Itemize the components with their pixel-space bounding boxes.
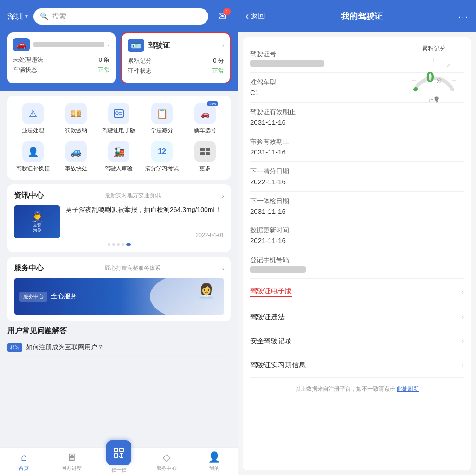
news-headline: 男子深夜乱鸣喇叭被举报，抽血检测264.3mg/100ml！ [66,205,224,215]
license-card[interactable]: 🪪 驾驶证 › 累积记分 0 分 证件状态 正常 [121,32,231,83]
link-violations-arrow: › [462,313,464,321]
score-status: 正常 [404,96,464,104]
news-content: 男子深夜乱鸣喇叭被举报，抽血检测264.3mg/100ml！ 2022-04-0… [66,205,224,238]
left-panel: 深圳 ▾ 🔍 搜索 ✉ 1 🚗 › 未处理违法 0 条 车辆状态 [0,0,238,475]
points-row: 累积记分 0 分 [128,57,225,65]
service-item-more[interactable]: 更多 [187,141,223,173]
news-item[interactable]: 👮 交警为你 男子深夜乱鸣喇叭被举报，抽血检测264.3mg/100ml！ 20… [14,205,224,238]
more-icon [194,141,216,162]
field-physical-date: 下一体检日期 2031-11-16 [250,192,464,221]
service-item-replace[interactable]: 👤 驾驶证补换领 [15,141,51,173]
cert-status-value: 正常 [212,67,224,75]
nav-home-label: 首页 [19,465,29,472]
clear-date-value: 2022-11-16 [250,178,399,186]
vehicle-plate-blurred [33,42,104,47]
service-center-banner[interactable]: 服务中心 全心服务 👩‍💼 [14,278,224,315]
location-button[interactable]: 深圳 ▾ [7,11,28,22]
service-driver-check-label: 驾驶人审验 [105,165,133,173]
nav-profile-label: 我的 [209,465,219,472]
right-content: 累积记分 0 [243,37,471,470]
study-icon: 📋 [151,103,173,124]
dot-1 [108,243,110,246]
physical-date-value: 2031-11-16 [250,207,399,215]
right-panel: ‹ 返回 我的驾驶证 ··· 累积记分 [238,0,476,475]
violations-label: 未处理违法 [13,56,43,64]
service-item-fine[interactable]: 💴 罚款缴纳 [58,103,95,135]
nav-profile[interactable]: 👤 我的 [190,448,238,475]
back-label: 返回 [251,12,265,21]
nav-scan[interactable]: 扫一扫 [95,448,143,475]
services-icon: ◇ [163,451,171,463]
svg-rect-5 [206,148,210,151]
svg-rect-8 [114,448,118,452]
fine-icon: 💴 [65,103,87,124]
dot-3 [117,243,120,246]
news-thumb-content: 👮 交警为你 [31,211,44,233]
faq-title: 用户常见问题解答 [7,326,231,336]
news-date: 2022-04-01 [66,232,224,238]
faq-section: 用户常见问题解答 精选 如何注册成为互联网用户？ [0,326,238,356]
service-fullscore-label: 满分学习考试 [145,165,179,173]
link-probation[interactable]: 驾驶证实习期信息 › [250,353,464,378]
link-violations[interactable]: 驾驶证违法 › [250,305,464,329]
svg-rect-9 [120,448,123,452]
service-center-arrow-icon[interactable]: › [222,265,224,272]
news-header: 资讯中心 最新实时地方交通资讯 › [14,191,224,200]
link-elicense[interactable]: 驾驶证电子版 › [250,279,464,305]
score-number: 0 [426,69,434,85]
footer-refresh-link[interactable]: 此处刷新 [397,385,419,392]
more-options-button[interactable]: ··· [458,11,469,22]
service-violations-label: 违法处理 [22,127,44,135]
service-item-elicense[interactable]: 驾驶证电子版 [101,103,137,135]
nav-services-label: 服务中心 [156,465,177,472]
physical-date-label: 下一体检日期 [250,197,399,205]
bottom-navigation: ⌂ 首页 🖥 网办进度 扫一扫 ◇ 服务中心 [0,447,238,475]
search-placeholder: 搜索 [52,12,66,21]
score-label: 累积记分 [404,45,464,53]
review-expiry-value: 2031-11-16 [250,148,399,156]
vehicle-card[interactable]: 🚗 › 未处理违法 0 条 车辆状态 正常 [7,32,116,83]
services-area: ⚠ 违法处理 💴 罚款缴纳 驾驶证电子版 📋 [7,96,231,180]
link-safe-record[interactable]: 安全驾驶记录 › [250,329,464,353]
nav-progress[interactable]: 🖥 网办进度 [48,448,96,475]
svg-rect-6 [200,152,205,155]
faq-tag: 精选 [7,343,22,352]
service-item-driver-check[interactable]: 🚂 驾驶人审验 [101,141,137,173]
nav-home[interactable]: ⌂ 首页 [0,448,48,475]
service-item-fullscore[interactable]: 12 满分学习考试 [144,141,180,173]
driver-check-icon: 🚂 [108,141,129,162]
scan-button[interactable] [106,440,131,465]
phone-label: 登记手机号码 [250,256,464,264]
services-grid: ⚠ 违法处理 💴 罚款缴纳 驾驶证电子版 📋 [15,103,223,172]
points-value: 0 分 [213,57,224,65]
service-item-newcar[interactable]: 🚗 New 新车选号 [187,103,223,135]
field-phone: 登记手机号码 [250,250,464,279]
right-title: 我的驾驶证 [265,11,458,22]
faq-item[interactable]: 精选 如何注册成为互联网用户？ [7,340,231,356]
news-arrow-icon[interactable]: › [222,192,224,199]
vehicle-status-row: 车辆状态 正常 [13,66,110,74]
svg-line-16 [418,64,420,67]
nav-services[interactable]: ◇ 服务中心 [143,448,191,475]
service-item-accident[interactable]: 🚙 事故快处 [58,141,95,173]
search-icon: 🔍 [40,12,49,20]
link-safe-record-arrow: › [462,337,464,346]
service-more-label: 更多 [199,165,211,173]
points-label: 累积记分 [128,57,152,65]
service-elicense-label: 驾驶证电子版 [102,127,135,135]
service-item-violations[interactable]: ⚠ 违法处理 [15,103,51,135]
violations-value: 0 条 [99,56,110,64]
back-button[interactable]: ‹ 返回 [245,10,265,22]
link-elicense-arrow: › [462,288,464,296]
left-header: 深圳 ▾ 🔍 搜索 ✉ 1 [0,0,238,32]
newcar-icon: 🚗 New [194,103,216,124]
search-bar[interactable]: 🔍 搜索 [33,8,208,25]
vehicle-card-header: 🚗 › [13,38,110,51]
service-newcar-label: 新车选号 [194,127,216,135]
fullscore-icon: 12 [151,141,173,162]
svg-rect-7 [206,152,210,155]
service-item-study[interactable]: 📋 学法减分 [144,103,180,135]
score-gauge-container: 累积记分 0 [404,45,464,104]
notification-button[interactable]: ✉ 1 [214,8,231,25]
link-probation-arrow: › [462,361,464,370]
